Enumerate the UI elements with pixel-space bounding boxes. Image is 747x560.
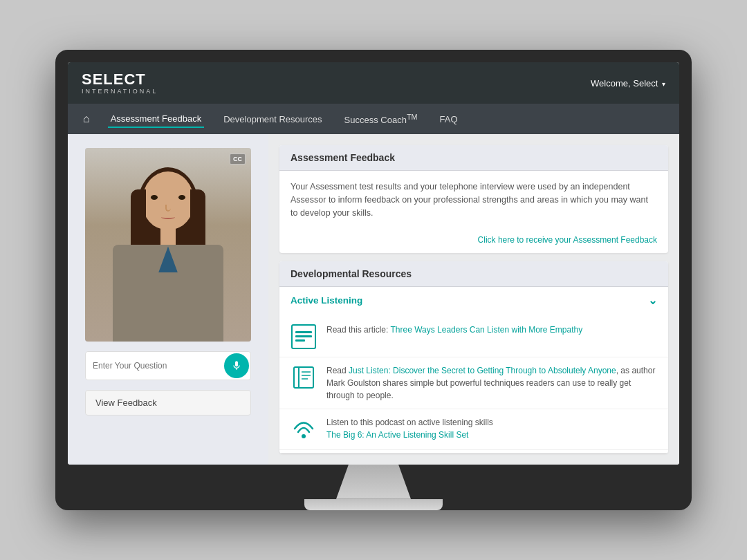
icon-line-1	[295, 331, 312, 333]
icon-line-3	[295, 339, 305, 342]
dev-resources-card: Developmental Resources Active Listening…	[279, 261, 668, 454]
logo-sub-text: INTERNATIONAL	[82, 88, 158, 95]
nav-item-assessment-feedback[interactable]: Assessment Feedback	[108, 111, 205, 128]
svg-point-5	[302, 434, 306, 438]
nav-bar: ⌂ Assessment Feedback Development Resour…	[68, 104, 679, 134]
book-link[interactable]: Just Listen: Discover the Secret to Gett…	[349, 366, 616, 375]
assessment-feedback-card: Assessment Feedback Your Assessment test…	[279, 145, 668, 252]
resource-item-article: Read this article: Three Ways Leaders Ca…	[279, 317, 668, 357]
article-icon-visual	[291, 324, 316, 349]
top-bar: SELECT INTERNATIONAL Welcome, Select ▾	[68, 62, 679, 104]
mic-button[interactable]	[224, 353, 249, 378]
accordion-body: Read this article: Three Ways Leaders Ca…	[279, 314, 668, 453]
article-link[interactable]: Three Ways Leaders Can Listen with More …	[391, 325, 583, 335]
article-icon	[290, 324, 317, 350]
assessment-feedback-card-body: Your Assessment test results and your te…	[279, 171, 668, 229]
monitor-stand	[332, 465, 415, 499]
welcome-message[interactable]: Welcome, Select ▾	[591, 78, 665, 88]
welcome-label: Welcome, Select	[591, 78, 658, 88]
book-icon-visual	[291, 365, 316, 390]
resource-item-podcast: Listen to this podcast on active listeni…	[279, 409, 668, 450]
question-input-row	[85, 351, 251, 380]
home-nav-button[interactable]: ⌂	[77, 110, 95, 128]
left-panel: CC View Feedback	[68, 134, 268, 464]
podcast-link[interactable]: The Big 6: An Active Listening Skill Set	[326, 430, 468, 440]
resource-item-book: Read Just Listen: Discover the Secret to…	[279, 357, 668, 409]
chevron-down-icon: ⌄	[648, 294, 657, 307]
view-feedback-button[interactable]: View Feedback	[85, 390, 251, 416]
icon-line-2	[295, 335, 312, 337]
dropdown-caret-icon: ▾	[662, 80, 665, 88]
dev-resources-header: Developmental Resources	[279, 261, 668, 287]
main-content: CC View Feedback Assessment Feedback	[68, 134, 679, 464]
nav-item-success-coach[interactable]: Success CoachTM	[342, 110, 421, 128]
article-resource-text: Read this article: Three Ways Leaders Ca…	[326, 324, 582, 336]
right-panel: Assessment Feedback Your Assessment test…	[268, 134, 679, 464]
mic-icon	[231, 360, 242, 371]
question-input[interactable]	[86, 355, 223, 376]
assessment-feedback-card-header: Assessment Feedback	[279, 145, 668, 171]
avatar-container: CC	[85, 148, 251, 342]
book-icon	[290, 364, 317, 391]
cc-badge: CC	[230, 153, 246, 165]
monitor-base	[304, 499, 443, 510]
podcast-prefix: Listen to this podcast on active listeni…	[326, 418, 493, 427]
logo: SELECT INTERNATIONAL	[82, 71, 158, 95]
accordion-toggle[interactable]: Active Listening ⌄	[279, 287, 668, 314]
article-prefix: Read this article:	[326, 325, 391, 335]
podcast-icon	[290, 416, 317, 442]
book-prefix: Read	[326, 366, 349, 375]
monitor: SELECT INTERNATIONAL Welcome, Select ▾ ⌂…	[55, 50, 692, 510]
podcast-icon-visual	[291, 417, 316, 442]
svg-rect-0	[294, 367, 313, 388]
book-resource-text: Read Just Listen: Discover the Secret to…	[326, 364, 657, 402]
accordion-label: Active Listening	[290, 295, 362, 306]
assessment-feedback-link[interactable]: Click here to receive your Assessment Fe…	[279, 230, 668, 253]
logo-text: SELECT	[82, 71, 146, 88]
nav-item-development-resources[interactable]: Development Resources	[221, 111, 324, 127]
active-listening-accordion: Active Listening ⌄	[279, 287, 668, 454]
screen: SELECT INTERNATIONAL Welcome, Select ▾ ⌂…	[68, 62, 679, 464]
podcast-resource-text: Listen to this podcast on active listeni…	[326, 416, 493, 441]
nav-item-faq[interactable]: FAQ	[437, 111, 461, 127]
